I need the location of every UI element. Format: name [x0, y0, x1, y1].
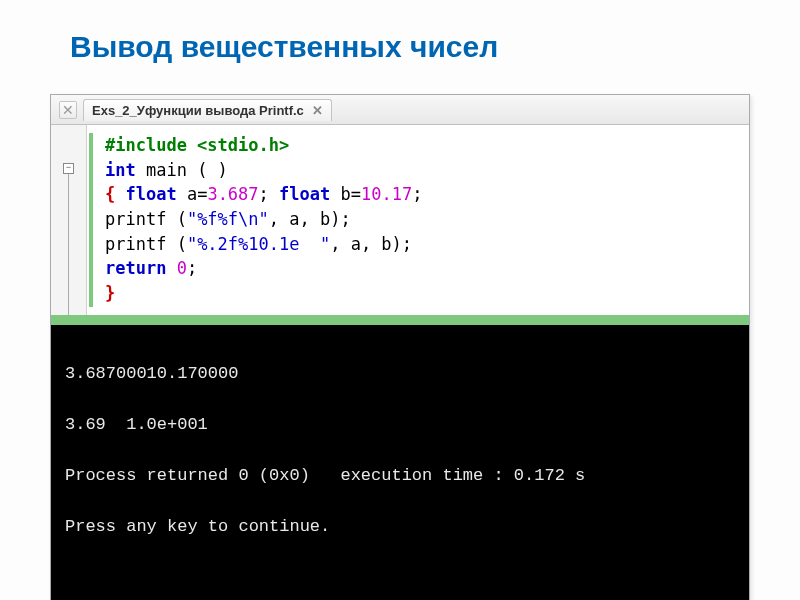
code-editor[interactable]: − #include <stdio.h> int main ( ) { floa… [51, 125, 749, 315]
slide-title: Вывод вещественных чисел [70, 30, 750, 64]
edit-margin [89, 133, 93, 307]
code-line: int main ( ) [105, 158, 422, 183]
fold-line [68, 174, 69, 315]
console-line: Process returned 0 (0x0) execution time … [65, 463, 735, 489]
tab-close-icon[interactable]: ✕ [312, 103, 323, 118]
splitter[interactable] [51, 315, 749, 325]
console-line: Press any key to continue. [65, 514, 735, 540]
code-line: printf ("%.2f%10.1e ", a, b); [105, 232, 422, 257]
fold-toggle[interactable]: − [63, 163, 74, 174]
console-output: 3.68700010.170000 3.69 1.0e+001 Process … [51, 325, 749, 600]
close-icon: ✕ [62, 102, 74, 118]
tab-label: Exs_2_Уфункции вывода Printf.c [92, 103, 304, 118]
code-line: } [105, 281, 422, 306]
code-line: printf ("%f%f\n", a, b); [105, 207, 422, 232]
tab-prev-button[interactable]: ✕ [59, 101, 77, 119]
console-line: 3.68700010.170000 [65, 361, 735, 387]
editor-window: ✕ Exs_2_Уфункции вывода Printf.c ✕ − #in… [50, 94, 750, 600]
code-line: { float a=3.687; float b=10.17; [105, 182, 422, 207]
console-line: 3.69 1.0e+001 [65, 412, 735, 438]
file-tab[interactable]: Exs_2_Уфункции вывода Printf.c ✕ [83, 99, 332, 121]
gutter: − [51, 125, 87, 315]
code-line: return 0; [105, 256, 422, 281]
code-line: #include <stdio.h> [105, 133, 422, 158]
code-body: #include <stdio.h> int main ( ) { float … [87, 125, 432, 315]
tab-bar: ✕ Exs_2_Уфункции вывода Printf.c ✕ [51, 95, 749, 125]
